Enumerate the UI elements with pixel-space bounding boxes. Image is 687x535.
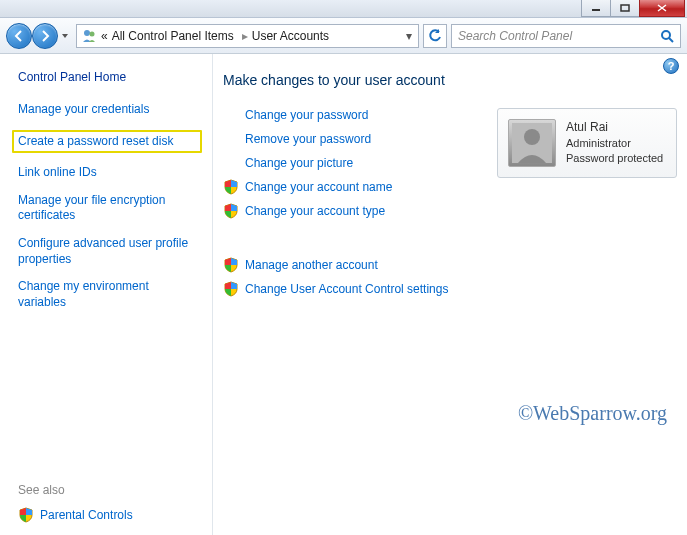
shield-icon — [223, 179, 239, 195]
breadcrumb-arrow-icon: ▸ — [242, 29, 248, 43]
watermark: ©WebSparrow.org — [518, 402, 667, 425]
parental-controls-label: Parental Controls — [40, 508, 133, 522]
nav-history-dropdown[interactable] — [58, 23, 72, 49]
see-also-heading: See also — [18, 483, 200, 497]
link-manage-another-account[interactable]: Manage another account — [223, 258, 481, 272]
svg-point-2 — [84, 30, 90, 36]
search-icon — [660, 29, 674, 43]
sidebar-link-password-reset-disk[interactable]: Create a password reset disk — [12, 130, 202, 154]
link-remove-password[interactable]: Remove your password — [223, 132, 481, 146]
search-input[interactable]: Search Control Panel — [451, 24, 681, 48]
svg-rect-1 — [621, 5, 629, 11]
sidebar-link-credentials[interactable]: Manage your credentials — [18, 102, 200, 118]
breadcrumb-item[interactable]: User Accounts — [252, 29, 329, 43]
address-bar[interactable]: « All Control Panel Items ▸ User Account… — [76, 24, 419, 48]
shield-icon — [18, 507, 34, 523]
shield-icon — [223, 257, 239, 273]
svg-rect-0 — [592, 9, 600, 11]
avatar — [508, 119, 556, 167]
link-uac-settings[interactable]: Change User Account Control settings — [223, 282, 481, 296]
user-role: Administrator — [566, 136, 663, 151]
link-change-picture[interactable]: Change your picture — [223, 156, 481, 170]
breadcrumb-item[interactable]: All Control Panel Items — [112, 29, 234, 43]
control-panel-home-link[interactable]: Control Panel Home — [18, 70, 200, 84]
svg-point-3 — [90, 31, 95, 36]
sidebar-link-env-variables[interactable]: Change my environment variables — [18, 279, 200, 310]
svg-point-6 — [524, 129, 540, 145]
svg-point-4 — [662, 31, 670, 39]
parental-controls-link[interactable]: Parental Controls — [18, 507, 200, 523]
search-placeholder: Search Control Panel — [458, 29, 660, 43]
user-name: Atul Rai — [566, 119, 663, 136]
shield-icon — [223, 203, 239, 219]
maximize-button[interactable] — [610, 0, 640, 17]
close-button[interactable] — [639, 0, 685, 17]
user-accounts-icon — [81, 28, 97, 44]
back-button[interactable] — [6, 23, 32, 49]
shield-icon — [223, 281, 239, 297]
breadcrumb-sep: « — [101, 29, 108, 43]
help-icon[interactable]: ? — [663, 58, 679, 74]
user-account-card: Atul Rai Administrator Password protecte… — [497, 108, 677, 178]
sidebar-link-online-ids[interactable]: Link online IDs — [18, 165, 200, 181]
link-change-account-type[interactable]: Change your account type — [223, 204, 481, 218]
page-title: Make changes to your user account — [223, 72, 677, 88]
address-dropdown-icon[interactable]: ▾ — [404, 29, 414, 43]
refresh-button[interactable] — [423, 24, 447, 48]
sidebar-link-profile-properties[interactable]: Configure advanced user profile properti… — [18, 236, 200, 267]
forward-button[interactable] — [32, 23, 58, 49]
link-change-password[interactable]: Change your password — [223, 108, 481, 122]
link-change-account-name[interactable]: Change your account name — [223, 180, 481, 194]
user-status: Password protected — [566, 151, 663, 166]
sidebar-link-encryption-certs[interactable]: Manage your file encryption certificates — [18, 193, 200, 224]
minimize-button[interactable] — [581, 0, 611, 17]
